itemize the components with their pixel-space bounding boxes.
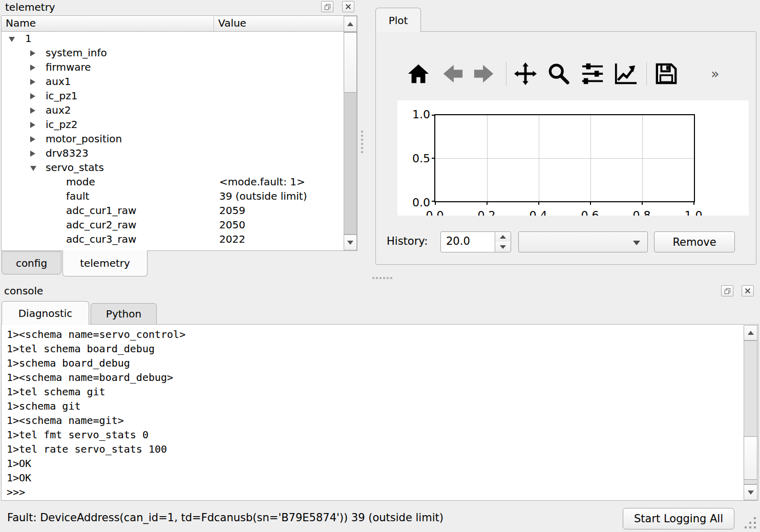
- console-line: 1><schema name=board_debug>: [7, 370, 741, 385]
- tree-item-label: firmware: [46, 61, 91, 73]
- toolbar-save-button[interactable]: [653, 61, 679, 87]
- tree-row[interactable]: aux2: [2, 103, 344, 118]
- spin-up-button[interactable]: [495, 232, 511, 242]
- tree-row[interactable]: adc_cur1_raw2059: [2, 204, 344, 218]
- size-grip-icon[interactable]: [740, 512, 758, 530]
- toolbar-separator: [646, 62, 647, 86]
- x-tick-label: 0.8: [633, 209, 651, 216]
- x-tick-label: 0.0: [426, 209, 444, 216]
- toolbar-back-button[interactable]: [439, 61, 465, 87]
- tree-row[interactable]: ic_pz1: [2, 89, 344, 103]
- expand-arrow-icon[interactable]: [30, 122, 35, 128]
- toolbar-separator: [506, 62, 506, 86]
- arrow-down-icon: [748, 491, 754, 495]
- tree-row[interactable]: ic_pz2: [2, 118, 344, 132]
- toolbar-zoom-button[interactable]: [546, 61, 572, 87]
- tab-config[interactable]: config: [2, 251, 61, 274]
- console-scroll-down-button[interactable]: [744, 484, 757, 500]
- tree-row[interactable]: mode<mode.fault: 1>: [2, 175, 344, 189]
- toolbar-customize-button[interactable]: [613, 61, 638, 87]
- tree-scroll-thumb[interactable]: [344, 32, 357, 93]
- tab-diagnostic[interactable]: Diagnostic: [2, 301, 89, 325]
- x-tick-mark: [642, 201, 643, 205]
- telemetry-dock-title: telemetry: [5, 1, 55, 13]
- console-line: 1>OK: [7, 471, 741, 485]
- tree-row[interactable]: servo_stats: [2, 161, 344, 175]
- zoom-icon: [547, 62, 571, 86]
- tree-item-label: adc_cur3_raw: [66, 233, 136, 245]
- tree-row[interactable]: drv8323: [2, 146, 344, 161]
- tab-plot[interactable]: Plot: [375, 8, 421, 32]
- tree-item-label: ic_pz1: [46, 90, 77, 102]
- x-tick-mark: [487, 201, 488, 205]
- console-line: 1><schema name=git>: [7, 413, 741, 428]
- expand-arrow-icon[interactable]: [30, 50, 35, 56]
- tree-row[interactable]: adc_cur2_raw2050: [2, 218, 344, 232]
- tree-item-label: adc_cur2_raw: [66, 219, 136, 231]
- console-scroll-thumb[interactable]: [744, 436, 757, 480]
- history-value: 20.0: [446, 235, 470, 247]
- remove-button[interactable]: Remove: [654, 231, 735, 252]
- plot-canvas[interactable]: 1.00.50.00.00.20.40.60.81.0: [397, 100, 749, 216]
- forward-icon: [473, 62, 496, 86]
- telemetry-float-button[interactable]: [321, 1, 333, 12]
- tab-python[interactable]: Python: [91, 303, 157, 325]
- expand-arrow-icon[interactable]: [30, 108, 35, 114]
- telemetry-close-button[interactable]: [342, 1, 354, 12]
- tree-row[interactable]: 1: [2, 32, 344, 46]
- x-tick-label: 0.2: [478, 209, 496, 216]
- console-line: 1>schema board_debug: [7, 356, 741, 370]
- console-line: 1>schema git: [7, 399, 741, 413]
- start-logging-all-button[interactable]: Start Logging All: [623, 508, 734, 529]
- close-icon: [744, 287, 751, 294]
- tree-row[interactable]: system_info: [2, 46, 344, 60]
- console-scroll-up-button[interactable]: [744, 325, 757, 341]
- expand-arrow-icon[interactable]: [30, 151, 35, 157]
- tree-scroll-down-button[interactable]: [344, 235, 357, 250]
- arrow-up-icon: [347, 22, 353, 26]
- toolbar-pan-button[interactable]: [513, 61, 538, 87]
- collapse-arrow-icon[interactable]: [30, 166, 36, 171]
- y-tick-mark: [432, 158, 435, 159]
- console-close-button[interactable]: [742, 285, 754, 296]
- restore-icon: [724, 287, 731, 295]
- expand-arrow-icon[interactable]: [30, 79, 35, 85]
- toolbar-overflow-button[interactable]: »: [711, 66, 720, 81]
- tree-scroll-up-button[interactable]: [344, 16, 357, 32]
- tree-row[interactable]: fault39 (outside limit): [2, 189, 344, 204]
- trace-combobox[interactable]: [518, 231, 648, 252]
- console-line: 1>tel schema git: [7, 385, 741, 399]
- tree-item-value: 39 (outside limit): [219, 190, 307, 202]
- tree-row[interactable]: aux1: [2, 75, 344, 89]
- expand-arrow-icon[interactable]: [30, 136, 35, 142]
- x-tick-label: 0.4: [530, 209, 547, 216]
- toolbar-subplots-button[interactable]: [580, 61, 605, 87]
- column-header-value[interactable]: Value: [214, 16, 357, 32]
- console-float-button[interactable]: [721, 285, 733, 296]
- console-line: 1>OK: [7, 456, 741, 471]
- tree-item-value: 2022: [219, 233, 245, 245]
- expand-arrow-icon[interactable]: [30, 93, 35, 99]
- back-icon: [440, 62, 464, 86]
- application-window: telemetry Name Value 1system_infofirmwar…: [0, 0, 760, 532]
- toolbar-home-button[interactable]: [406, 61, 431, 87]
- tree-row[interactable]: adc_cur3_raw2022: [2, 232, 344, 247]
- console-output[interactable]: 1><schema name=servo_control>1>tel schem…: [1, 324, 758, 501]
- y-tick-label: 1.0: [404, 108, 430, 121]
- spin-down-button[interactable]: [495, 242, 511, 252]
- tab-telemetry[interactable]: telemetry: [62, 250, 147, 276]
- y-tick-label: 0.5: [404, 152, 430, 165]
- y-tick-mark: [432, 201, 435, 202]
- tree-row[interactable]: firmware: [2, 60, 344, 75]
- expand-arrow-icon[interactable]: [30, 65, 35, 71]
- tree-row[interactable]: motor_position: [2, 132, 344, 146]
- tree-item-label: ic_pz2: [46, 118, 77, 131]
- column-header-name[interactable]: Name: [2, 16, 214, 32]
- toolbar-forward-button[interactable]: [472, 61, 497, 87]
- tree-item-value: 2059: [219, 204, 245, 217]
- history-label: History:: [387, 235, 428, 247]
- history-spinbox[interactable]: 20.0: [440, 231, 511, 252]
- collapse-arrow-icon[interactable]: [9, 37, 15, 42]
- y-tick-mark: [432, 115, 435, 116]
- tree-item-value: 2050: [219, 219, 245, 231]
